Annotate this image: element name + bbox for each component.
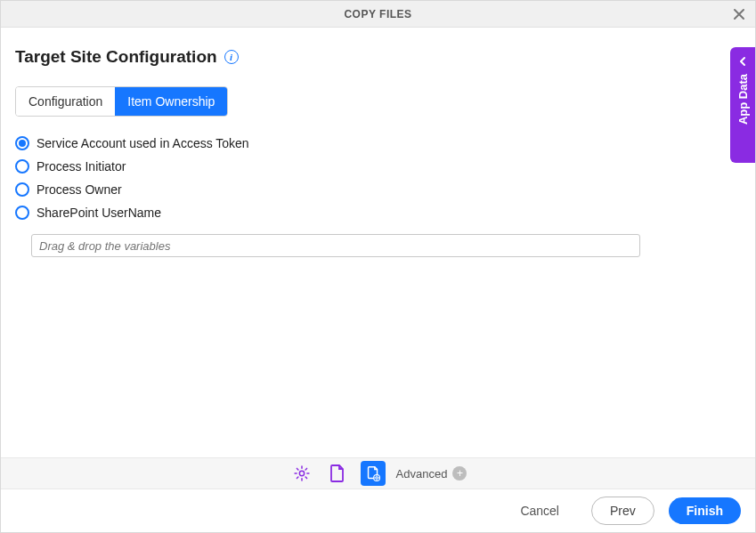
dialog-footer: Cancel Prev Finish	[1, 489, 755, 532]
info-icon[interactable]: i	[224, 50, 239, 64]
dialog-title: COPY FILES	[344, 8, 411, 20]
section-title-row: Target Site Configuration i	[15, 47, 741, 67]
radio-service-account[interactable]: Service Account used in Access Token	[15, 136, 741, 150]
advanced-label: Advanced	[396, 467, 448, 481]
app-data-panel-toggle[interactable]: App Data	[730, 47, 755, 163]
svg-point-0	[299, 471, 304, 475]
close-button[interactable]	[728, 4, 750, 25]
file-button[interactable]	[325, 461, 350, 486]
radio-process-initiator[interactable]: Process Initiator	[15, 159, 741, 174]
prev-button[interactable]: Prev	[591, 497, 654, 525]
advanced-toolbar: Advanced +	[1, 457, 755, 489]
copy-files-dialog: COPY FILES Target Site Configuration i C…	[0, 0, 756, 533]
gear-icon	[293, 464, 311, 482]
radio-icon	[15, 159, 29, 174]
file-icon	[329, 464, 345, 482]
radio-process-owner[interactable]: Process Owner	[15, 182, 741, 197]
finish-button[interactable]: Finish	[669, 497, 741, 524]
radio-icon	[15, 206, 29, 220]
page-title: Target Site Configuration	[15, 47, 217, 67]
app-data-label: App Data	[736, 74, 750, 125]
radio-label: SharePoint UserName	[37, 206, 161, 220]
radio-label: Service Account used in Access Token	[37, 136, 249, 150]
radio-label: Process Owner	[37, 182, 122, 197]
radio-label: Process Initiator	[37, 159, 126, 174]
username-input-wrap	[31, 234, 640, 257]
tab-item-ownership[interactable]: Item Ownership	[115, 87, 227, 116]
copy-file-button[interactable]	[361, 461, 386, 486]
advanced-link[interactable]: Advanced +	[396, 466, 467, 481]
copy-file-icon	[364, 464, 382, 482]
tab-configuration[interactable]: Configuration	[16, 87, 115, 116]
tab-group: Configuration Item Ownership	[15, 86, 228, 117]
dialog-header: COPY FILES	[1, 1, 755, 28]
dialog-body: Target Site Configuration i Configuratio…	[1, 28, 755, 457]
plus-icon: +	[452, 466, 467, 481]
radio-icon	[15, 136, 29, 150]
sharepoint-username-input[interactable]	[31, 234, 640, 257]
ownership-radio-group: Service Account used in Access Token Pro…	[15, 136, 741, 257]
radio-icon	[15, 182, 29, 197]
settings-button[interactable]	[289, 461, 314, 486]
radio-sharepoint-username[interactable]: SharePoint UserName	[15, 206, 741, 220]
cancel-button[interactable]: Cancel	[502, 497, 577, 524]
chevron-left-icon	[737, 56, 748, 67]
close-icon	[733, 8, 745, 20]
